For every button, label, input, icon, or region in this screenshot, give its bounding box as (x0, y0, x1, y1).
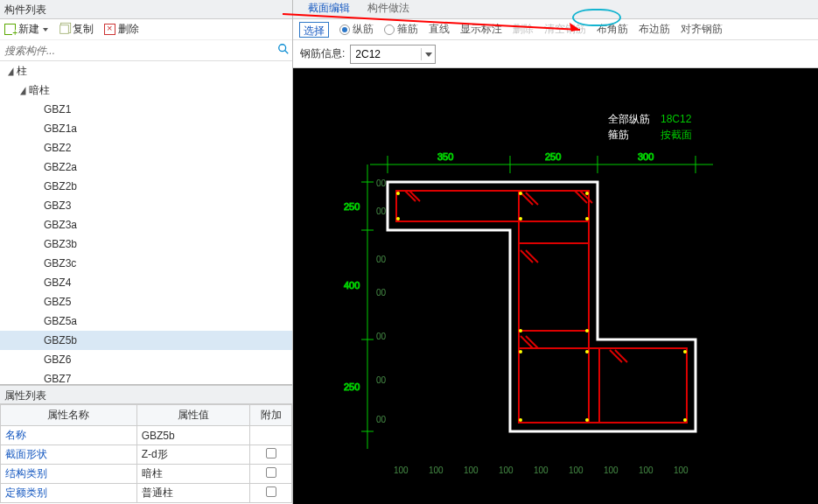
svg-rect-45 (519, 348, 687, 423)
option-edge-bar[interactable]: 布边筋 (639, 22, 670, 37)
tree-item[interactable]: GBZ2 (0, 138, 292, 158)
tree-item[interactable]: GBZ3a (0, 215, 292, 234)
radio-icon (339, 24, 350, 35)
chevron-down-icon[interactable] (421, 48, 435, 60)
option-select[interactable]: 选择 (299, 22, 329, 38)
svg-text:350: 350 (437, 151, 453, 162)
property-row: 结构类别 暗柱 (1, 465, 292, 484)
svg-point-72 (585, 350, 589, 354)
tree-item[interactable]: GBZ5a (0, 312, 292, 331)
svg-text:100: 100 (394, 466, 409, 475)
copy-label: 复制 (73, 22, 94, 37)
option-align-bar[interactable]: 对齐钢筋 (681, 22, 723, 37)
prop-value[interactable]: GBZ5b (136, 426, 249, 445)
option-clear-rebar: 清空钢筋 (544, 22, 586, 37)
prop-value[interactable]: 暗柱 (136, 465, 249, 484)
svg-text:00: 00 (376, 288, 387, 298)
tree-item[interactable]: GBZ3b (0, 234, 292, 254)
checkbox-icon[interactable] (266, 448, 276, 458)
svg-text:100: 100 (674, 466, 689, 475)
svg-text:18C12: 18C12 (661, 113, 692, 125)
tree-item[interactable]: GBZ1 (0, 100, 292, 119)
tree-item[interactable]: GBZ6 (0, 350, 292, 369)
svg-text:00: 00 (376, 206, 387, 216)
search-icon[interactable] (275, 43, 292, 58)
svg-point-62 (585, 192, 589, 195)
component-tree[interactable]: ◢柱 ◢暗柱 GBZ1 GBZ1a GBZ2 GBZ2a GBZ2b GBZ3 … (0, 61, 292, 385)
option-line[interactable]: 直线 (429, 22, 450, 37)
prop-extra[interactable] (250, 484, 292, 503)
tree-item[interactable]: GBZ3c (0, 254, 292, 273)
tree-item[interactable]: GBZ5 (0, 292, 292, 312)
delete-button[interactable]: 删除 (104, 22, 139, 37)
property-row: 定额类别 普通柱 (1, 484, 292, 503)
prop-col-value[interactable]: 属性值 (136, 405, 249, 426)
option-zongjin[interactable]: 纵筋 (339, 22, 374, 37)
svg-point-71 (519, 350, 522, 354)
component-toolbar: 新建 复制 删除 (0, 19, 292, 40)
section-canvas[interactable]: 350 250 300 250 400 250 0000 0000 0000 (293, 68, 818, 504)
property-panel-title: 属性列表 (0, 385, 292, 404)
tree-root[interactable]: ◢柱 (0, 61, 292, 80)
checkbox-icon[interactable] (266, 467, 276, 478)
svg-text:00: 00 (376, 415, 387, 424)
prop-col-extra[interactable]: 附加 (250, 405, 292, 426)
svg-text:100: 100 (534, 466, 549, 475)
prop-name[interactable]: 结构类别 (1, 465, 137, 484)
svg-point-68 (585, 418, 589, 422)
prop-name[interactable]: 名称 (1, 426, 137, 445)
option-show-dim[interactable]: 显示标注 (460, 22, 502, 37)
svg-rect-43 (519, 243, 589, 331)
svg-text:100: 100 (464, 466, 479, 475)
svg-text:250: 250 (344, 382, 360, 392)
svg-text:00: 00 (376, 375, 387, 385)
tab-section-edit[interactable]: 截面编辑 (299, 0, 359, 18)
svg-point-63 (519, 217, 522, 220)
svg-rect-42 (519, 191, 589, 331)
svg-point-67 (519, 418, 522, 422)
tree-item[interactable]: GBZ7 (0, 369, 292, 385)
svg-point-70 (683, 418, 687, 422)
svg-point-0 (279, 45, 286, 52)
prop-name[interactable]: 定额类别 (1, 484, 137, 503)
prop-value[interactable]: 普通柱 (136, 484, 249, 503)
tree-item[interactable]: GBZ2b (0, 177, 292, 196)
svg-point-69 (683, 350, 687, 354)
tree-item-selected[interactable]: GBZ5b (0, 331, 292, 350)
editor-tabs: 截面编辑 构件做法 (293, 0, 818, 19)
tree-item[interactable]: GBZ2a (0, 158, 292, 177)
property-row: 截面形状 Z-d形 (1, 445, 292, 465)
option-corner-bar[interactable]: 布角筋 (597, 22, 628, 37)
rebar-info-combo[interactable] (350, 45, 436, 64)
svg-text:100: 100 (569, 466, 584, 475)
rebar-info-input[interactable] (351, 48, 421, 60)
new-icon (4, 24, 16, 35)
prop-extra[interactable] (250, 445, 292, 465)
property-row: 名称 GBZ5b (1, 426, 292, 445)
delete-label: 删除 (118, 22, 139, 37)
tree-item[interactable]: GBZ1a (0, 119, 292, 138)
tab-element-method[interactable]: 构件做法 (359, 0, 418, 18)
editor-panel: 截面编辑 构件做法 选择 纵筋 箍筋 直线 显示标注 删除 清空钢筋 布角筋 布… (293, 0, 818, 504)
option-delete: 删除 (513, 22, 534, 37)
checkbox-icon[interactable] (266, 486, 276, 497)
new-button[interactable]: 新建 (4, 22, 48, 37)
rebar-info-label: 钢筋信息: (300, 46, 345, 61)
tree-item[interactable]: GBZ4 (0, 273, 292, 292)
property-table: 属性名称 属性值 附加 名称 GBZ5b 截面形状 Z-d形 结构类别 暗柱 定… (0, 404, 292, 503)
prop-value[interactable]: Z-d形 (136, 445, 249, 465)
search-row (0, 40, 292, 61)
prop-name[interactable]: 截面形状 (1, 445, 137, 465)
prop-extra[interactable] (250, 465, 292, 484)
chevron-down-icon: ◢ (20, 80, 25, 100)
svg-point-66 (585, 329, 589, 332)
section-drawing: 350 250 300 250 400 250 0000 0000 0000 (293, 68, 818, 484)
svg-text:00: 00 (376, 178, 387, 188)
tree-category[interactable]: ◢暗柱 (0, 80, 292, 100)
svg-text:箍筋: 箍筋 (608, 129, 629, 141)
option-gujin[interactable]: 箍筋 (384, 22, 418, 37)
tree-item[interactable]: GBZ3 (0, 196, 292, 215)
prop-col-name[interactable]: 属性名称 (1, 405, 137, 426)
search-input[interactable] (0, 41, 275, 60)
copy-button[interactable]: 复制 (59, 22, 94, 37)
